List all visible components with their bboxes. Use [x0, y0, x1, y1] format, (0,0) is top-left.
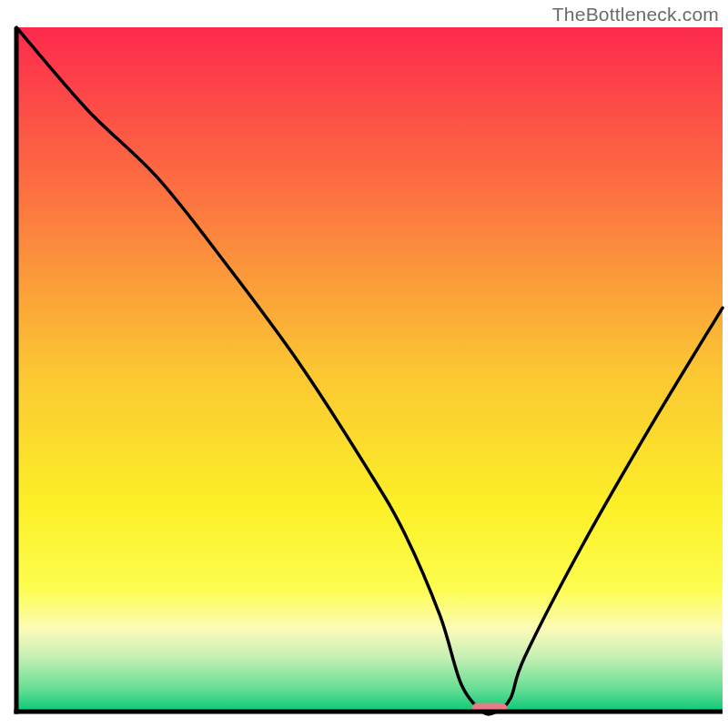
- bottleneck-chart: TheBottleneck.com: [0, 0, 728, 728]
- plot-background: [16, 27, 723, 712]
- chart-svg: [0, 0, 728, 728]
